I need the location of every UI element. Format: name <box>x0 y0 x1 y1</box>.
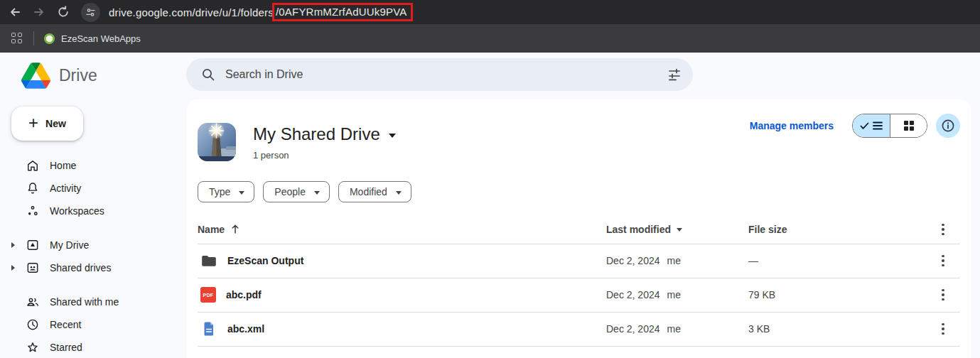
recent-icon <box>26 318 40 332</box>
table-row-abc-pdf[interactable]: PDF abc.pdf Dec 2, 2024me 79 KB <box>198 278 960 312</box>
chevron-down-icon <box>314 191 320 195</box>
search-input[interactable] <box>225 68 667 81</box>
bookmarks-separator <box>33 31 34 45</box>
more-options-icon[interactable] <box>935 320 952 337</box>
sidebar-item-activity[interactable]: Activity <box>0 177 186 200</box>
sidebar-item-starred[interactable]: Starred <box>0 336 186 358</box>
header-actions: Manage members <box>750 114 960 138</box>
plus-icon: + <box>28 114 38 131</box>
column-header-modified[interactable]: Last modified <box>606 215 748 244</box>
sidebar-item-home[interactable]: Home <box>0 154 186 177</box>
column-header-name[interactable]: Name <box>198 215 606 244</box>
column-header-size[interactable]: File size <box>748 215 926 244</box>
shared-drive-avatar[interactable] <box>198 123 236 161</box>
column-header-menu <box>926 215 960 244</box>
nav-section-gap <box>0 279 186 291</box>
manage-members-link[interactable]: Manage members <box>750 120 834 131</box>
folder-icon <box>200 252 217 269</box>
sidebar-nav: Home Activity Workspaces My Drive <box>0 154 186 358</box>
file-modified: Dec 2, 2024me <box>606 244 748 278</box>
filter-modified-chip[interactable]: Modified <box>338 181 411 202</box>
table-row-ezescan-output[interactable]: EzeScan Output Dec 2, 2024me — <box>198 244 960 278</box>
shared-with-me-icon <box>26 295 40 309</box>
sidebar-item-workspaces[interactable]: Workspaces <box>0 200 186 222</box>
url-folder-id-highlight: /0AFYRmMZrfAdUUk9PVA <box>272 3 413 21</box>
search-options-icon[interactable] <box>667 67 682 82</box>
file-size: — <box>748 244 926 278</box>
file-table: Name Last modified File size <box>198 215 960 347</box>
bookmark-apps-icon[interactable] <box>11 33 23 44</box>
page-title: My Shared Drive <box>253 124 380 144</box>
new-button-label: New <box>45 118 66 129</box>
filter-people-chip[interactable]: People <box>263 181 330 202</box>
my-drive-icon <box>26 238 40 252</box>
forward-icon[interactable] <box>33 6 45 18</box>
star-icon <box>26 340 40 354</box>
lighthouse-image <box>198 123 236 161</box>
main-content: My Shared Drive 1 person Manage members <box>186 99 971 358</box>
info-button[interactable] <box>936 114 960 138</box>
table-header-row: Name Last modified File size <box>198 215 960 244</box>
back-icon[interactable] <box>9 6 21 18</box>
grid-view-button[interactable] <box>890 114 927 137</box>
file-name: abc.xml <box>227 323 264 335</box>
file-name: EzeScan Output <box>227 255 303 266</box>
file-modified: Dec 2, 2024me <box>606 312 748 346</box>
expand-caret-icon[interactable] <box>0 242 26 248</box>
file-size: 3 KB <box>748 312 926 346</box>
sidebar-item-recent[interactable]: Recent <box>0 313 186 336</box>
sidebar-item-shared-drives[interactable]: Shared drives <box>0 256 186 279</box>
drive-logo-icon <box>21 63 50 89</box>
new-button[interactable]: + New <box>11 107 83 141</box>
chevron-down-icon <box>239 191 244 195</box>
table-row-abc-xml[interactable]: abc.xml Dec 2, 2024me 3 KB <box>198 312 960 346</box>
list-view-icon <box>873 121 883 130</box>
reload-icon[interactable] <box>57 6 70 18</box>
drive-wordmark: Drive <box>59 66 97 85</box>
info-icon <box>941 119 955 133</box>
file-name: abc.pdf <box>226 289 262 300</box>
sidebar: + New Home Activity Workspaces <box>0 99 186 358</box>
view-toggle <box>852 114 927 138</box>
url-prefix: drive.google.com/drive/u/1/folders <box>109 6 274 18</box>
title-block: My Shared Drive 1 person <box>253 123 396 161</box>
filter-type-chip[interactable]: Type <box>198 181 254 202</box>
chevron-down-icon <box>389 134 396 138</box>
search-bar[interactable] <box>186 58 693 91</box>
sort-ascending-icon <box>230 224 240 234</box>
bookmark-label: EzeScan WebApps <box>61 33 141 44</box>
chevron-down-icon <box>396 191 402 195</box>
pdf-file-icon: PDF <box>200 287 216 303</box>
workspaces-icon <box>26 204 40 218</box>
bell-icon <box>26 181 40 195</box>
filter-chips: Type People Modified <box>198 181 960 202</box>
drive-title-dropdown[interactable]: My Shared Drive <box>253 124 396 144</box>
bookmarks-bar: EzeScan WebApps <box>0 24 980 53</box>
nav-section-gap <box>0 222 186 234</box>
grid-view-icon <box>904 121 914 131</box>
expand-caret-icon[interactable] <box>0 265 26 271</box>
sidebar-item-my-drive[interactable]: My Drive <box>0 234 186 256</box>
file-size: 79 KB <box>748 278 926 312</box>
ezescan-favicon <box>44 33 55 44</box>
shared-drives-icon <box>26 261 40 275</box>
list-view-button[interactable] <box>853 114 890 137</box>
more-options-icon[interactable] <box>935 286 952 303</box>
screen: drive.google.com/drive/u/1/folders/0AFYR… <box>0 0 980 358</box>
member-count: 1 person <box>253 150 396 161</box>
search-icon <box>201 67 215 82</box>
bookmark-ezescan-webapps[interactable]: EzeScan WebApps <box>44 33 141 44</box>
file-modified: Dec 2, 2024me <box>606 278 748 312</box>
more-options-icon[interactable] <box>935 221 952 238</box>
site-info-icon[interactable] <box>81 3 100 22</box>
xml-file-icon <box>200 320 217 337</box>
sidebar-item-shared-with-me[interactable]: Shared with me <box>0 291 186 313</box>
chevron-down-icon <box>677 228 682 232</box>
url-bar[interactable]: drive.google.com/drive/u/1/folders/0AFYR… <box>109 3 413 21</box>
browser-toolbar: drive.google.com/drive/u/1/folders/0AFYR… <box>0 0 980 24</box>
check-icon <box>860 122 869 130</box>
drive-app-header: Drive <box>0 53 980 99</box>
more-options-icon[interactable] <box>935 252 952 269</box>
drive-logo[interactable]: Drive <box>21 63 97 89</box>
home-icon <box>26 158 40 173</box>
